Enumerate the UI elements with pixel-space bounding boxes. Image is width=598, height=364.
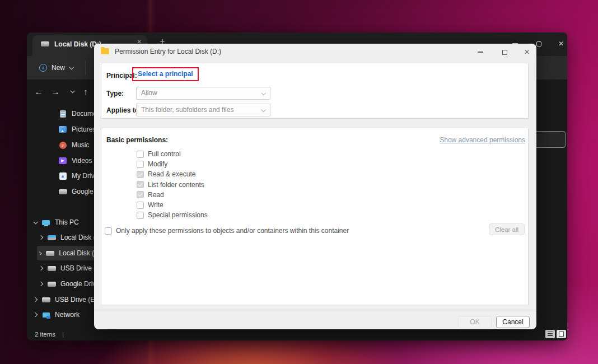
chevron-right-icon[interactable] <box>39 235 43 240</box>
chevron-right-icon[interactable] <box>34 312 38 317</box>
permissions-list: Full control Modify Read & execute List … <box>137 149 208 220</box>
sidebar-item-this-pc[interactable]: This PC <box>34 215 100 230</box>
drive-c-icon <box>47 234 56 241</box>
new-button-label: New <box>52 64 65 72</box>
checkbox[interactable] <box>105 227 112 235</box>
annotation-box: Select a principal <box>132 67 199 81</box>
large-icons-view-button[interactable] <box>557 330 566 338</box>
permission-label: Read & execute <box>148 170 195 178</box>
checkbox[interactable] <box>137 202 144 209</box>
maximize-icon <box>536 41 541 46</box>
sidebar-item-label: Music <box>72 141 89 149</box>
minimize-icon <box>478 52 483 52</box>
drive-icon <box>58 188 67 195</box>
chevron-right-icon[interactable] <box>34 297 38 302</box>
music-icon <box>58 141 67 149</box>
sidebar-item-label: Pictures <box>72 125 96 133</box>
cancel-button[interactable]: Cancel <box>496 316 530 328</box>
permission-row-read[interactable]: Read <box>137 190 208 200</box>
chevron-down-icon <box>261 108 265 112</box>
documents-icon <box>58 110 67 118</box>
chevron-right-icon[interactable] <box>38 251 42 255</box>
drive-icon <box>45 249 54 257</box>
network-icon <box>41 311 50 319</box>
sidebar-item-label: Videos <box>72 157 92 165</box>
dialog-minimize-button[interactable] <box>472 47 489 57</box>
sidebar-item-label: This PC <box>55 218 79 226</box>
applies-to-value: This folder, subfolders and files <box>141 106 233 114</box>
status-divider: | <box>62 331 64 338</box>
sidebar-item-label: USB Drive (E:) <box>55 296 99 304</box>
icons-view-icon <box>559 332 564 337</box>
checkbox[interactable] <box>137 161 144 168</box>
permission-row-list-folder-contents[interactable]: List folder contents <box>137 180 208 190</box>
permission-row-full-control[interactable]: Full control <box>137 149 208 159</box>
new-button[interactable]: + New <box>34 59 78 76</box>
dialog-title-bar: Permission Entry for Local Disk (D:) <box>94 44 536 59</box>
sidebar-item-network[interactable]: Network <box>34 307 100 322</box>
show-advanced-permissions-link[interactable]: Show advanced permissions <box>440 136 525 144</box>
back-button[interactable]: ← <box>31 84 46 99</box>
checkbox[interactable] <box>137 171 144 178</box>
sidebar-item-label: Network <box>55 311 80 319</box>
sidebar-item-local-disk-d[interactable]: Local Disk (D:) <box>37 246 103 260</box>
drive-icon <box>41 296 50 304</box>
up-button[interactable]: ↑ <box>78 84 93 99</box>
sidebar-item-usb-drive-e-2[interactable]: USB Drive (E:) <box>34 292 100 307</box>
window-close-button[interactable]: ✕ <box>552 37 570 50</box>
permission-label: List folder contents <box>148 181 204 189</box>
only-apply-row[interactable]: Only apply these permissions to objects … <box>105 227 349 235</box>
checkbox[interactable] <box>137 181 144 188</box>
chevron-down-icon <box>261 91 265 95</box>
this-pc-icon <box>41 218 50 226</box>
dialog-title: Permission Entry for Local Disk (D:) <box>115 48 221 55</box>
my-drive-icon <box>58 172 67 180</box>
ok-button[interactable]: OK <box>458 316 492 328</box>
permission-label: Write <box>148 201 163 209</box>
chevron-down-icon[interactable] <box>34 220 38 224</box>
type-label: Type: <box>106 90 124 97</box>
list-view-icon <box>548 332 553 337</box>
recent-locations-button[interactable] <box>65 84 80 99</box>
chevron-down-icon <box>70 88 74 93</box>
select-principal-link[interactable]: Select a principal <box>138 70 193 78</box>
status-bar: 2 items | <box>27 328 567 340</box>
only-apply-label: Only apply these permissions to objects … <box>116 227 349 235</box>
type-dropdown[interactable]: Allow <box>136 87 270 100</box>
basic-permissions-label: Basic permissions: <box>106 136 168 144</box>
clear-all-button[interactable]: Clear all <box>489 223 525 235</box>
chevron-down-icon <box>69 65 73 69</box>
drive-icon <box>47 264 56 272</box>
applies-to-dropdown[interactable]: This folder, subfolders and files <box>136 104 270 116</box>
pictures-icon <box>58 125 67 133</box>
drive-icon <box>47 280 56 288</box>
permission-row-modify[interactable]: Modify <box>137 159 208 169</box>
forward-button[interactable]: → <box>48 84 63 99</box>
drive-icon <box>40 40 49 48</box>
new-plus-icon: + <box>39 64 47 72</box>
maximize-icon <box>502 50 507 55</box>
dialog-maximize-button[interactable] <box>496 47 513 57</box>
toolbar-divider <box>85 60 86 75</box>
videos-icon <box>58 157 67 165</box>
chevron-right-icon[interactable] <box>39 282 43 286</box>
chevron-right-icon[interactable] <box>39 266 43 270</box>
permission-entry-dialog: Permission Entry for Local Disk (D:) ✕ P… <box>94 44 536 329</box>
checkbox[interactable] <box>137 191 144 198</box>
details-view-button[interactable] <box>545 330 555 338</box>
permission-row-read-execute[interactable]: Read & execute <box>137 169 208 179</box>
permission-row-special-permissions[interactable]: Special permissions <box>137 210 208 220</box>
permission-label: Full control <box>148 150 181 158</box>
permission-label: Special permissions <box>148 211 208 219</box>
checkbox[interactable] <box>137 212 144 219</box>
dialog-close-button[interactable]: ✕ <box>518 47 535 57</box>
permission-label: Read <box>148 191 164 199</box>
folder-icon <box>101 48 109 54</box>
checkbox[interactable] <box>137 151 144 158</box>
dialog-separator <box>94 310 536 310</box>
item-count: 2 items <box>35 331 55 338</box>
permission-label: Modify <box>148 160 167 168</box>
type-value: Allow <box>141 89 157 97</box>
permission-row-write[interactable]: Write <box>137 200 208 210</box>
